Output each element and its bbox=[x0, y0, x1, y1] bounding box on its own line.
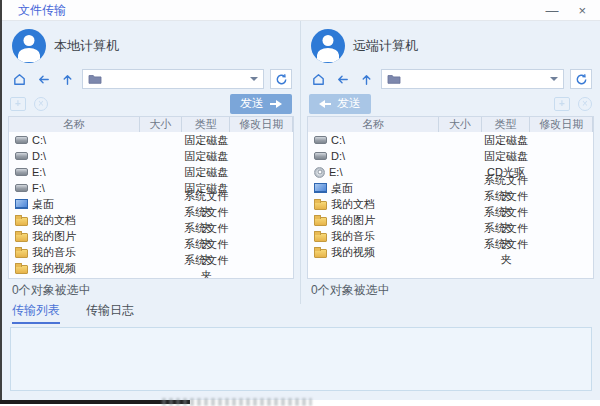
up-icon[interactable] bbox=[58, 70, 76, 88]
folder-icon bbox=[15, 265, 28, 274]
computer-avatar-icon bbox=[12, 29, 46, 63]
remote-computer-header: 远端计算机 bbox=[307, 21, 594, 67]
file-name: C:\ bbox=[331, 134, 345, 146]
remote-panel: 远端计算机 bbox=[301, 21, 600, 304]
column-header-name[interactable]: 名称 bbox=[308, 117, 439, 132]
file-row[interactable]: D:\ 固定磁盘 bbox=[308, 148, 593, 164]
folder-icon bbox=[314, 217, 327, 226]
file-name: 我的图片 bbox=[32, 229, 76, 244]
tab-transfer-list[interactable]: 传输列表 bbox=[12, 302, 60, 324]
dual-panels: 本地计算机 bbox=[2, 21, 600, 304]
file-name: 我的音乐 bbox=[32, 245, 76, 260]
drive-icon bbox=[15, 184, 28, 192]
local-nav-toolbar bbox=[8, 67, 294, 91]
back-icon[interactable] bbox=[34, 70, 52, 88]
local-computer-label: 本地计算机 bbox=[54, 37, 119, 55]
refresh-icon bbox=[575, 73, 588, 86]
window-controls: — × bbox=[545, 4, 600, 17]
title-bar: 文件传输 — × bbox=[2, 0, 600, 21]
file-type: 固定磁盘 bbox=[182, 133, 230, 148]
screenshot-canvas: 文件传输 — × 本地计算机 bbox=[0, 0, 600, 406]
transfer-list-panel bbox=[10, 327, 592, 391]
file-type: 固定磁盘 bbox=[182, 165, 230, 180]
cd-icon bbox=[314, 167, 325, 178]
column-header-type[interactable]: 类型 bbox=[482, 117, 530, 132]
remote-address-combobox[interactable] bbox=[381, 69, 564, 89]
column-header-type[interactable]: 类型 bbox=[182, 117, 230, 132]
file-row[interactable]: 桌面 系统文件夹 bbox=[9, 196, 293, 212]
folder-icon bbox=[314, 233, 327, 242]
dropdown-caret-icon[interactable] bbox=[550, 77, 558, 81]
dropdown-caret-icon[interactable] bbox=[250, 77, 258, 81]
column-header-name[interactable]: 名称 bbox=[9, 117, 140, 132]
remote-list-rows: C:\ 固定磁盘 D:\ bbox=[308, 132, 593, 260]
file-row[interactable]: D:\ 固定磁盘 bbox=[9, 148, 293, 164]
file-type: 系统文件夹 bbox=[482, 237, 530, 267]
file-name: 桌面 bbox=[331, 181, 353, 196]
cancel-icon[interactable] bbox=[578, 97, 592, 111]
local-computer-header: 本地计算机 bbox=[8, 21, 294, 67]
address-folder-icon bbox=[387, 73, 401, 85]
file-row[interactable]: 我的文档 系统文件夹 bbox=[308, 196, 593, 212]
file-row[interactable]: 我的图片 系统文件夹 bbox=[308, 212, 593, 228]
file-name: E:\ bbox=[32, 166, 45, 178]
file-name: 我的图片 bbox=[331, 213, 375, 228]
file-type: 固定磁盘 bbox=[182, 149, 230, 164]
file-row[interactable]: 我的音乐 系统文件夹 bbox=[9, 244, 293, 260]
folder-icon bbox=[15, 249, 28, 258]
desktop-icon bbox=[314, 183, 327, 193]
column-header-size[interactable]: 大小 bbox=[439, 117, 482, 132]
drive-icon bbox=[314, 152, 327, 160]
column-header-size[interactable]: 大小 bbox=[140, 117, 183, 132]
minimize-button[interactable]: — bbox=[545, 4, 558, 17]
file-row[interactable]: E:\ CD光驱 bbox=[308, 164, 593, 180]
home-icon[interactable] bbox=[10, 70, 28, 88]
local-selection-status: 0个对象被选中 bbox=[8, 279, 294, 299]
local-address-combobox[interactable] bbox=[82, 69, 264, 89]
file-row[interactable]: 我的视频 系统文件夹 bbox=[9, 260, 293, 276]
file-name: C:\ bbox=[32, 134, 46, 146]
file-row[interactable]: F:\ 固定磁盘 bbox=[9, 180, 293, 196]
local-list-rows: C:\ 固定磁盘 D:\ bbox=[9, 132, 293, 276]
tab-transfer-log[interactable]: 传输日志 bbox=[86, 302, 134, 324]
file-row[interactable]: 我的文档 系统文件夹 bbox=[9, 212, 293, 228]
file-name: 我的文档 bbox=[32, 213, 76, 228]
file-row[interactable]: C:\ 固定磁盘 bbox=[9, 132, 293, 148]
send-to-remote-button[interactable]: 发送 bbox=[230, 94, 292, 114]
file-name: 我的文档 bbox=[331, 197, 375, 212]
send-to-local-button[interactable]: 发送 bbox=[309, 94, 371, 114]
folder-icon bbox=[314, 201, 327, 210]
file-name: D:\ bbox=[32, 150, 46, 162]
file-name: F:\ bbox=[32, 182, 45, 194]
desktop-icon bbox=[15, 199, 28, 209]
arrow-left-icon bbox=[319, 100, 331, 108]
remote-refresh-button[interactable] bbox=[570, 69, 592, 89]
new-folder-icon[interactable] bbox=[554, 97, 570, 111]
folder-icon bbox=[314, 249, 327, 258]
file-type: 系统文件夹 bbox=[182, 253, 230, 279]
file-row[interactable]: 我的图片 系统文件夹 bbox=[9, 228, 293, 244]
file-row[interactable]: 我的音乐 系统文件夹 bbox=[308, 228, 593, 244]
column-header-date[interactable]: 修改日期 bbox=[230, 117, 292, 132]
file-transfer-window: 文件传输 — × 本地计算机 bbox=[0, 0, 600, 400]
close-button[interactable]: × bbox=[578, 4, 586, 17]
column-header-date[interactable]: 修改日期 bbox=[530, 117, 593, 132]
window-title: 文件传输 bbox=[2, 2, 66, 19]
local-panel: 本地计算机 bbox=[2, 21, 301, 304]
file-name: 桌面 bbox=[32, 197, 54, 212]
remote-action-toolbar: 发送 bbox=[307, 91, 594, 116]
local-file-list: 名称 大小 类型 修改日期 C:\ bbox=[8, 116, 294, 279]
home-icon[interactable] bbox=[309, 70, 327, 88]
file-row[interactable]: E:\ 固定磁盘 bbox=[9, 164, 293, 180]
local-refresh-button[interactable] bbox=[270, 69, 292, 89]
new-folder-icon[interactable] bbox=[10, 97, 26, 111]
file-row[interactable]: 我的视频 系统文件夹 bbox=[308, 244, 593, 260]
cancel-icon[interactable] bbox=[34, 97, 48, 111]
back-icon[interactable] bbox=[333, 70, 351, 88]
file-row[interactable]: 桌面 系统文件夹 bbox=[308, 180, 593, 196]
file-name: 我的视频 bbox=[331, 245, 375, 260]
up-icon[interactable] bbox=[357, 70, 375, 88]
address-folder-icon bbox=[88, 73, 102, 85]
remote-selection-status: 0个对象被选中 bbox=[307, 279, 594, 299]
file-row[interactable]: C:\ 固定磁盘 bbox=[308, 132, 593, 148]
